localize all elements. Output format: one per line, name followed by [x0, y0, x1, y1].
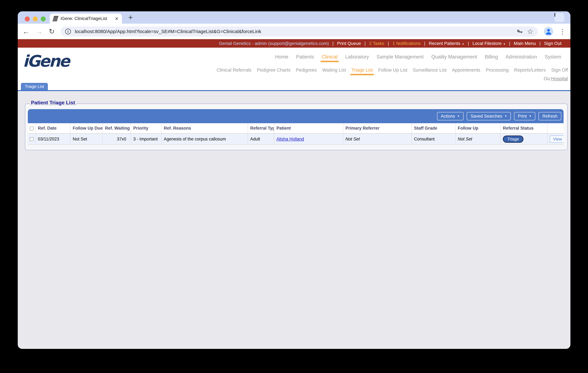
- browser-menu-kebab-icon[interactable]: ⋮: [559, 28, 566, 35]
- url-text: localhost:8080/App/App.html?locale=sv_SE…: [75, 29, 261, 34]
- page-content: Patient Triage List Actions ▼ Saved Sear…: [18, 91, 570, 349]
- caret-down-icon: ▼: [462, 43, 464, 45]
- table-row: 03/11/2023 Not Set 37x0 3 - Important Ag…: [28, 133, 564, 145]
- local-filestore-menu[interactable]: Local Filestore▼: [472, 41, 505, 46]
- cell-priority: 3 - Important: [131, 133, 161, 145]
- favicon-icon: [52, 16, 58, 21]
- igene-logo: iGene: [23, 52, 69, 71]
- tab-close-icon[interactable]: ×: [115, 16, 118, 21]
- subnav-item-pedigrees[interactable]: Pedigrees: [296, 67, 317, 73]
- nav-item-laboratory[interactable]: Laboratory: [345, 54, 369, 60]
- window-minimize-button[interactable]: [33, 16, 38, 21]
- main-menu-link[interactable]: Main Menu: [514, 41, 536, 46]
- password-manager-key-icon[interactable]: [516, 28, 523, 35]
- sign-out-link[interactable]: Sign Out: [544, 41, 561, 46]
- print-queue-link[interactable]: Print Queue: [337, 41, 361, 46]
- triage-table: Ref. Date Follow Up Due Ref. Waiting Pri…: [28, 123, 564, 145]
- column-header-ref-date[interactable]: Ref. Date: [35, 123, 70, 133]
- subnav-item-reports-letters[interactable]: Reports/Letters: [514, 67, 546, 73]
- patient-link[interactable]: Alisha Holland: [276, 137, 304, 141]
- page-tab-triage-list[interactable]: Triage List: [21, 83, 48, 90]
- tab-title: iGene: ClinicalTriageList: [61, 16, 112, 21]
- nav-item-home[interactable]: Home: [275, 54, 288, 60]
- subnav-item-clinical-referrals[interactable]: Clinical Referrals: [217, 67, 252, 73]
- cell-ref-date: 03/11/2023: [35, 133, 70, 145]
- nav-item-administration[interactable]: Administration: [505, 54, 537, 60]
- caret-down-icon: ▼: [504, 115, 507, 118]
- forward-button[interactable]: →: [36, 28, 43, 35]
- refresh-label: Refresh: [542, 114, 557, 119]
- recent-patients-label: Recent Patients: [429, 41, 460, 46]
- nav-item-quality-management[interactable]: Quality Management: [431, 54, 477, 60]
- cell-ref-reasons: Agenesis of the corpus callosum: [161, 133, 248, 145]
- triage-button[interactable]: Triage: [503, 136, 524, 143]
- column-header-ref-reasons[interactable]: Ref. Reasons: [161, 123, 248, 133]
- separator: |: [365, 41, 366, 46]
- table-header-row: Ref. Date Follow Up Due Ref. Waiting Pri…: [28, 123, 564, 133]
- url-bar[interactable]: i localhost:8080/App/App.html?locale=sv_…: [61, 26, 538, 37]
- subnav-item-waiting-list[interactable]: Waiting List: [322, 67, 346, 73]
- refresh-button[interactable]: Refresh: [538, 112, 561, 120]
- column-header-referral-status[interactable]: Referral Status: [500, 123, 547, 133]
- bookmark-star-icon[interactable]: ☆: [527, 27, 533, 35]
- browser-toolbar: ← → ↻ i localhost:8080/App/App.html?loca…: [18, 24, 570, 39]
- reload-button[interactable]: ↻: [49, 27, 55, 35]
- column-header-referral-type[interactable]: Referral Type: [248, 123, 274, 133]
- column-header-follow-up-due[interactable]: Follow Up Due: [70, 123, 103, 133]
- view-button[interactable]: View: [550, 136, 564, 143]
- clinical-sub-nav: Clinical Referrals Pedigree Charts Pedig…: [217, 67, 568, 73]
- new-tab-button[interactable]: +: [128, 13, 133, 22]
- back-button[interactable]: ←: [22, 28, 30, 35]
- page-tab-bar: Triage List: [18, 84, 570, 91]
- app-header: iGene Home Patients Clinical Laboratory …: [18, 48, 570, 84]
- notifications-link[interactable]: 1 Notifications: [392, 41, 420, 46]
- subnav-item-triage-list[interactable]: Triage List: [351, 67, 373, 73]
- patient-triage-list-panel: Patient Triage List Actions ▼ Saved Sear…: [25, 104, 567, 150]
- subnav-item-sign-off[interactable]: Sign Off: [551, 67, 568, 73]
- nav-item-sample-management[interactable]: Sample Management: [377, 54, 424, 60]
- cell-follow-up-due: Not Set: [70, 133, 103, 145]
- select-all-cell: [28, 123, 35, 133]
- saved-searches-label: Saved Searches: [471, 114, 502, 119]
- column-header-ref-waiting[interactable]: Ref. Waiting: [103, 123, 131, 133]
- column-header-primary-referrer[interactable]: Primary Referrer: [343, 123, 412, 133]
- nav-item-billing[interactable]: Billing: [485, 54, 498, 60]
- actions-button[interactable]: Actions ▼: [437, 112, 463, 120]
- avatar[interactable]: [544, 27, 553, 36]
- nav-item-patients[interactable]: Patients: [296, 54, 314, 60]
- recent-patients-menu[interactable]: Recent Patients▼: [429, 41, 464, 46]
- section-title: Patient Triage List: [29, 100, 77, 106]
- print-button[interactable]: Print ▼: [514, 112, 535, 120]
- subnav-item-appointments[interactable]: Appointments: [452, 67, 480, 73]
- subnav-item-processing[interactable]: Processing: [486, 67, 509, 73]
- ou-hospital-link[interactable]: Hospital: [551, 76, 568, 81]
- window-zoom-button[interactable]: [41, 16, 46, 21]
- nav-item-clinical[interactable]: Clinical: [322, 54, 338, 60]
- cell-primary-referrer: Not Set: [343, 133, 412, 145]
- cell-staff-grade: Consultant: [412, 133, 455, 145]
- subnav-item-follow-up-list[interactable]: Follow Up List: [378, 67, 407, 73]
- window-close-button[interactable]: [25, 16, 30, 21]
- organisation-unit: Ou:Hospital: [544, 76, 568, 81]
- subnav-item-surveillance-list[interactable]: Surveillance List: [413, 67, 447, 73]
- profile-person-icon: [544, 27, 553, 36]
- column-header-actions: [547, 123, 564, 133]
- row-checkbox[interactable]: [30, 137, 33, 141]
- site-info-icon[interactable]: i: [65, 29, 71, 34]
- cell-view: View: [547, 133, 564, 145]
- saved-searches-button[interactable]: Saved Searches ▼: [467, 112, 511, 120]
- column-header-staff-grade[interactable]: Staff Grade: [412, 123, 455, 133]
- cell-referral-type: Adult: [248, 133, 274, 145]
- column-header-patient[interactable]: Patient: [274, 123, 343, 133]
- column-header-follow-up[interactable]: Follow Up: [455, 123, 500, 133]
- browser-tab[interactable]: iGene: ClinicalTriageList ×: [50, 14, 122, 24]
- nav-item-system[interactable]: System: [545, 54, 561, 60]
- column-header-priority[interactable]: Priority: [131, 123, 161, 133]
- local-filestore-label: Local Filestore: [472, 41, 502, 46]
- separator: |: [468, 41, 469, 46]
- tab-search-button[interactable]: [555, 13, 564, 22]
- subnav-item-pedigree-charts[interactable]: Pedigree Charts: [257, 67, 291, 73]
- separator: |: [539, 41, 541, 46]
- tasks-link[interactable]: 2 Tasks: [369, 41, 384, 46]
- select-all-checkbox[interactable]: [30, 127, 33, 130]
